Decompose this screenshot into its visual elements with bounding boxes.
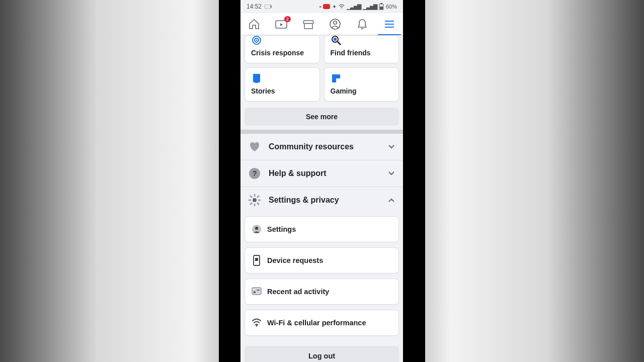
svg-line-17	[338, 42, 341, 45]
battery-icon	[379, 3, 384, 10]
letterbox-background: 14:52 ✦ ▁▃▅▇ ▁▃▅▇ 60%	[0, 0, 644, 362]
accordion-label: Community resources	[269, 142, 380, 151]
accordion-help-support[interactable]: ? Help & support	[240, 160, 403, 187]
nav-watch[interactable]: 2	[268, 13, 295, 35]
svg-text:?: ?	[252, 169, 257, 177]
tile-find-friends[interactable]: Find friends	[324, 35, 399, 63]
svg-line-28	[250, 203, 252, 205]
subitem-label: Wi-Fi & cellular performance	[267, 319, 366, 327]
svg-point-36	[256, 325, 258, 327]
community-icon	[248, 140, 262, 154]
svg-rect-34	[254, 291, 256, 293]
marketplace-icon	[302, 19, 314, 30]
status-bar: 14:52 ✦ ▁▃▅▇ ▁▃▅▇ 60%	[240, 0, 403, 13]
section-divider	[240, 130, 403, 134]
tile-gaming[interactable]: Gaming	[324, 67, 399, 102]
tile-label: Stories	[251, 87, 313, 95]
battery-small-icon	[265, 5, 272, 9]
settings-sublist: Settings Device requests Recent ad activ…	[240, 213, 403, 344]
svg-rect-32	[255, 258, 258, 261]
subitem-settings[interactable]: Settings	[245, 216, 399, 242]
accordion-settings-privacy[interactable]: Settings & privacy	[240, 187, 403, 213]
subitem-label: Recent ad activity	[267, 288, 329, 296]
device-icon	[251, 255, 262, 266]
svg-point-14	[256, 40, 258, 41]
svg-line-25	[250, 196, 252, 198]
bell-icon	[357, 18, 368, 30]
wifi-icon	[339, 4, 345, 9]
tile-label: Find friends	[331, 49, 393, 57]
watch-badge: 2	[284, 16, 291, 22]
signal-1-icon: ▁▃▅▇	[347, 4, 361, 10]
stories-icon	[251, 73, 262, 84]
logout-button[interactable]: Log out	[245, 346, 399, 362]
nav-menu[interactable]	[376, 13, 403, 35]
gear-icon	[248, 193, 262, 207]
chevron-up-icon	[387, 198, 396, 203]
find-friends-icon	[331, 35, 342, 46]
home-icon	[248, 18, 260, 30]
nav-notifications[interactable]	[349, 13, 376, 35]
subitem-device-requests[interactable]: Device requests	[245, 247, 399, 274]
tile-label: Gaming	[331, 87, 393, 95]
svg-rect-4	[380, 7, 383, 10]
subitem-recent-ad-activity[interactable]: Recent ad activity	[245, 279, 399, 305]
vibrate-icon: ✦	[332, 4, 337, 10]
svg-line-27	[257, 196, 259, 198]
help-icon: ?	[248, 166, 262, 180]
svg-point-16	[333, 38, 336, 41]
top-nav: 2	[240, 13, 403, 35]
svg-rect-33	[252, 288, 261, 295]
svg-rect-3	[380, 3, 382, 4]
gaming-icon	[331, 73, 342, 84]
svg-point-30	[255, 227, 258, 230]
svg-point-8	[334, 21, 337, 24]
svg-rect-0	[265, 5, 271, 9]
tile-label: Crisis response	[251, 49, 313, 57]
phone-screen: 14:52 ✦ ▁▃▅▇ ▁▃▅▇ 60%	[240, 0, 403, 362]
tile-stories[interactable]: Stories	[245, 67, 320, 102]
wifi-performance-icon	[251, 317, 262, 328]
svg-point-20	[253, 198, 257, 202]
svg-rect-1	[271, 6, 272, 8]
ad-activity-icon	[251, 286, 262, 297]
dot-icon	[319, 6, 321, 8]
svg-marker-6	[280, 23, 283, 26]
subitem-label: Settings	[267, 225, 296, 233]
accordion-community-resources[interactable]: Community resources	[240, 134, 403, 160]
tile-crisis-response[interactable]: Crisis response	[245, 35, 320, 63]
crisis-icon	[251, 35, 262, 46]
battery-pct: 60%	[386, 4, 397, 10]
profile-icon	[329, 18, 341, 30]
see-more-button[interactable]: See more	[245, 108, 399, 126]
status-time: 14:52	[247, 3, 262, 10]
settings-icon	[251, 224, 262, 235]
nav-home[interactable]	[240, 13, 268, 35]
recording-icon	[323, 4, 330, 9]
accordion-label: Settings & privacy	[269, 196, 380, 205]
svg-rect-35	[257, 290, 260, 291]
signal-2-icon: ▁▃▅▇	[363, 4, 377, 10]
subitem-label: Device requests	[267, 256, 323, 264]
subitem-wifi-cellular[interactable]: Wi-Fi & cellular performance	[245, 310, 399, 336]
chevron-down-icon	[387, 171, 396, 176]
chevron-down-icon	[387, 144, 396, 149]
accordion-label: Help & support	[269, 169, 380, 178]
nav-marketplace[interactable]	[295, 13, 322, 35]
hamburger-icon	[384, 20, 395, 29]
nav-profile[interactable]	[321, 13, 349, 35]
svg-line-26	[257, 203, 259, 205]
